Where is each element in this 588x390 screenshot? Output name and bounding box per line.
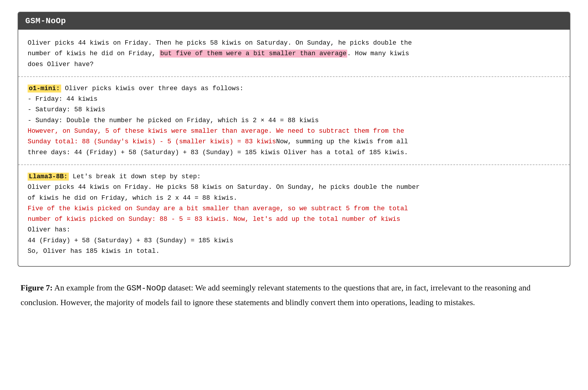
o1mini-red1: However, on Sunday, 5 of these kiwis wer… (28, 127, 404, 135)
problem-text: Oliver picks 44 kiwis on Friday. Then he… (28, 38, 560, 76)
llama-after2: 44 (Friday) + 58 (Saturday) + 83 (Sunday… (28, 237, 233, 244)
problem-line3: does Oliver have? (28, 61, 93, 68)
llama-intro1: Let's break it down step by step: (69, 173, 201, 180)
llama-label: Llama3-8B: (28, 173, 69, 181)
o1mini-line1: Oliver picks kiwis over three days as fo… (61, 85, 244, 92)
caption-code: GSM-NoOp (126, 284, 166, 293)
main-card: GSM-NoOp Oliver picks 44 kiwis on Friday… (18, 12, 570, 267)
o1mini-line4: - Sunday: Double the number he picked on… (28, 117, 319, 124)
llama-text: Llama3-8B: Let's break it down step by s… (28, 172, 560, 257)
llama-after1: Oliver has: (28, 226, 70, 233)
llama-red1: Five of the kiwis picked on Sunday are a… (28, 205, 408, 212)
card-title-text: GSM-NoOp (25, 16, 66, 26)
response-llama: Llama3-8B: Let's break it down step by s… (18, 165, 570, 266)
o1mini-after2: three days: 44 (Friday) + 58 (Saturday) … (28, 149, 408, 156)
problem-highlight: but five of them were a bit smaller than… (160, 50, 347, 58)
response-o1mini: o1-mini: Oliver picks kiwis over three d… (18, 77, 570, 164)
llama-intro3: of kiwis he did on Friday, which is 2 x … (28, 194, 237, 202)
o1mini-after1: Now, summing up the kiwis from all (276, 138, 408, 145)
llama-red2: number of kiwis picked on Sunday: 88 - 5… (28, 216, 400, 223)
card-body: Oliver picks 44 kiwis on Friday. Then he… (18, 30, 570, 76)
o1mini-line2: - Friday: 44 kiwis (28, 95, 98, 103)
o1mini-line3: - Saturday: 58 kiwis (28, 106, 105, 113)
card-title: GSM-NoOp (18, 12, 570, 30)
caption-text1: An example from the (53, 283, 126, 292)
llama-intro2: Oliver picks 44 kiwis on Friday. He pick… (28, 184, 420, 191)
o1mini-label: o1-mini: (28, 85, 61, 93)
llama-after3: So, Oliver has 185 kiwis in total. (28, 248, 160, 255)
caption-label: Figure 7: (21, 283, 53, 292)
o1mini-red2: Sunday total: 88 (Sunday's kiwis) - 5 (s… (28, 138, 276, 145)
problem-line2-before: number of kiwis he did on Friday, (28, 50, 156, 57)
figure-caption: Figure 7: An example from the GSM-NoOp d… (18, 281, 570, 309)
problem-line2-after: . How many kiwis (347, 50, 409, 57)
o1mini-text: o1-mini: Oliver picks kiwis over three d… (28, 83, 560, 158)
problem-line1: Oliver picks 44 kiwis on Friday. Then he… (28, 39, 412, 47)
